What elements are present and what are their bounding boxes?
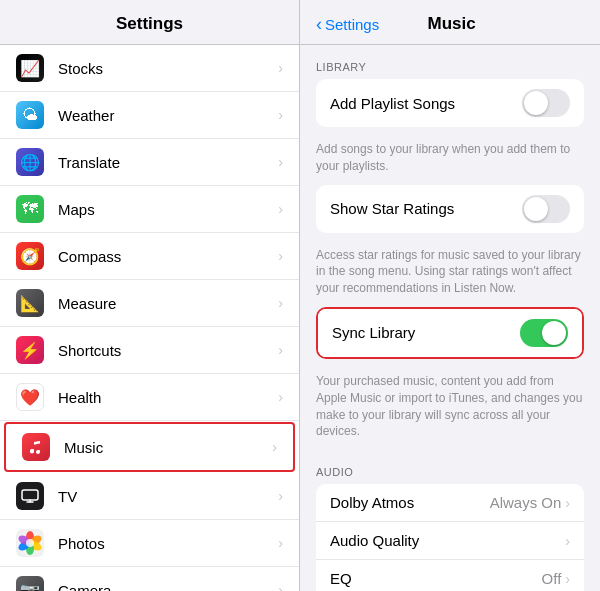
row-add-playlist[interactable]: Add Playlist Songs (316, 79, 584, 127)
sidebar-item-camera[interactable]: 📷 Camera › (0, 567, 299, 591)
row-eq[interactable]: EQ Off › (316, 560, 584, 591)
back-button[interactable]: ‹ Settings (316, 15, 379, 33)
star-ratings-toggle[interactable] (522, 195, 570, 223)
chevron-right-icon: › (278, 535, 283, 551)
measure-icon: 📐 (16, 289, 44, 317)
sidebar-item-label: Weather (58, 107, 278, 124)
sync-library-label: Sync Library (332, 324, 520, 341)
sidebar-item-health[interactable]: ❤️ Health › (0, 374, 299, 421)
audio-quality-label: Audio Quality (330, 532, 565, 549)
dolby-atmos-label: Dolby Atmos (330, 494, 490, 511)
chevron-right-icon: › (278, 582, 283, 591)
camera-icon: 📷 (16, 576, 44, 591)
chevron-right-icon: › (278, 154, 283, 170)
back-label: Settings (325, 16, 379, 33)
sync-library-toggle[interactable] (520, 319, 568, 347)
chevron-right-icon: › (278, 60, 283, 76)
sidebar-item-label: Translate (58, 154, 278, 171)
add-playlist-toggle[interactable] (522, 89, 570, 117)
chevron-right-icon: › (272, 439, 277, 455)
sidebar-item-label: Maps (58, 201, 278, 218)
svg-rect-0 (22, 490, 38, 500)
health-icon: ❤️ (16, 383, 44, 411)
maps-icon: 🗺 (16, 195, 44, 223)
svg-point-8 (26, 539, 34, 547)
add-playlist-label: Add Playlist Songs (330, 95, 522, 112)
sidebar-item-tv[interactable]: TV › (0, 473, 299, 520)
photos-icon (16, 529, 44, 557)
tv-icon (16, 482, 44, 510)
sidebar-item-shortcuts[interactable]: ⚡ Shortcuts › (0, 327, 299, 374)
group-add-playlist: Add Playlist Songs (316, 79, 584, 127)
eq-label: EQ (330, 570, 542, 587)
sidebar-item-label: Camera (58, 582, 278, 592)
weather-icon: 🌤 (16, 101, 44, 129)
settings-list: 📈 Stocks › 🌤 Weather › 🌐 Translate › 🗺 M… (0, 45, 299, 591)
right-title: Music (379, 14, 524, 34)
sidebar-item-music[interactable]: Music › (4, 422, 295, 472)
row-audio-quality[interactable]: Audio Quality › (316, 522, 584, 560)
right-header: ‹ Settings Music (300, 0, 600, 45)
chevron-right-icon: › (278, 248, 283, 264)
translate-icon: 🌐 (16, 148, 44, 176)
sidebar-item-photos[interactable]: Photos › (0, 520, 299, 567)
left-header: Settings (0, 0, 299, 45)
sidebar-item-label: Measure (58, 295, 278, 312)
sidebar-item-measure[interactable]: 📐 Measure › (0, 280, 299, 327)
row-sync-library[interactable]: Sync Library (318, 309, 582, 357)
chevron-right-icon: › (278, 342, 283, 358)
sync-library-description: Your purchased music, content you add fr… (300, 367, 600, 450)
sidebar-item-label: Health (58, 389, 278, 406)
chevron-right-icon: › (278, 107, 283, 123)
music-icon (22, 433, 50, 461)
sidebar-item-label: Music (64, 439, 272, 456)
group-star-ratings: Show Star Ratings (316, 185, 584, 233)
sidebar-item-label: Stocks (58, 60, 278, 77)
section-label-audio: AUDIO (300, 450, 600, 484)
right-panel: ‹ Settings Music LIBRARY Add Playlist So… (300, 0, 600, 591)
sidebar-item-translate[interactable]: 🌐 Translate › (0, 139, 299, 186)
sidebar-item-label: Shortcuts (58, 342, 278, 359)
star-ratings-description: Access star ratings for music saved to y… (300, 241, 600, 307)
star-ratings-label: Show Star Ratings (330, 200, 522, 217)
add-playlist-description: Add songs to your library when you add t… (300, 135, 600, 185)
row-star-ratings[interactable]: Show Star Ratings (316, 185, 584, 233)
sidebar-item-label: TV (58, 488, 278, 505)
chevron-right-icon: › (565, 533, 570, 549)
compass-icon: 🧭 (16, 242, 44, 270)
eq-value: Off (542, 570, 562, 587)
sidebar-item-compass[interactable]: 🧭 Compass › (0, 233, 299, 280)
chevron-right-icon: › (565, 571, 570, 587)
chevron-right-icon: › (278, 295, 283, 311)
sidebar-item-label: Compass (58, 248, 278, 265)
shortcuts-icon: ⚡ (16, 336, 44, 364)
stocks-icon: 📈 (16, 54, 44, 82)
left-panel: Settings 📈 Stocks › 🌤 Weather › 🌐 Transl… (0, 0, 300, 591)
sidebar-item-label: Photos (58, 535, 278, 552)
sidebar-item-maps[interactable]: 🗺 Maps › (0, 186, 299, 233)
dolby-atmos-value: Always On (490, 494, 562, 511)
sidebar-item-stocks[interactable]: 📈 Stocks › (0, 45, 299, 92)
back-chevron-icon: ‹ (316, 15, 322, 33)
chevron-right-icon: › (565, 495, 570, 511)
left-title: Settings (116, 14, 183, 33)
chevron-right-icon: › (278, 201, 283, 217)
right-content: LIBRARY Add Playlist Songs Add songs to … (300, 45, 600, 591)
group-sync-library: Sync Library (316, 307, 584, 359)
chevron-right-icon: › (278, 488, 283, 504)
sidebar-item-weather[interactable]: 🌤 Weather › (0, 92, 299, 139)
section-label-library: LIBRARY (300, 45, 600, 79)
group-audio: Dolby Atmos Always On › Audio Quality › … (316, 484, 584, 591)
chevron-right-icon: › (278, 389, 283, 405)
row-dolby-atmos[interactable]: Dolby Atmos Always On › (316, 484, 584, 522)
